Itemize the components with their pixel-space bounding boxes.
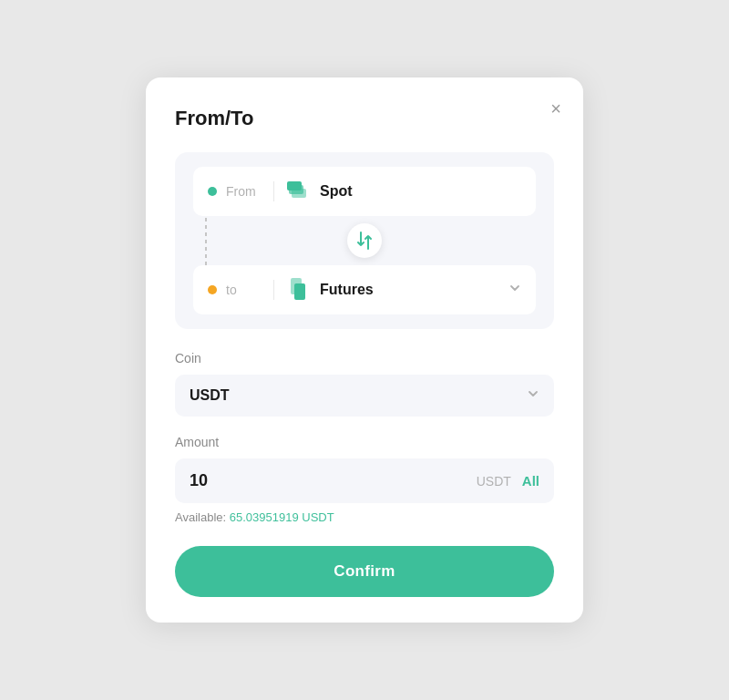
to-row[interactable]: to Futures <box>193 265 536 314</box>
to-label: to <box>226 283 264 297</box>
from-dot <box>208 187 217 196</box>
coin-label: Coin <box>175 351 554 365</box>
amount-input[interactable] <box>190 471 477 490</box>
amount-box: USDT All <box>175 458 554 503</box>
svg-rect-2 <box>287 181 302 190</box>
modal-title: From/To <box>175 107 554 130</box>
from-label: From <box>226 184 264 199</box>
to-dot <box>208 285 217 294</box>
from-row: From Spot <box>193 167 536 216</box>
from-divider <box>273 181 274 201</box>
futures-icon <box>287 278 311 302</box>
from-to-box: From Spot to <box>175 152 554 329</box>
coin-value: USDT <box>190 387 527 404</box>
coin-select[interactable]: USDT <box>175 375 554 417</box>
to-divider <box>273 280 274 300</box>
available-text: Available: 65.03951919 USDT <box>175 510 554 524</box>
from-to-modal: From/To × From Spot <box>146 77 583 623</box>
to-value: Futures <box>320 282 508 298</box>
amount-label: Amount <box>175 435 554 449</box>
swap-button[interactable] <box>347 223 382 258</box>
all-button[interactable]: All <box>522 473 539 489</box>
to-chevron-icon <box>508 282 521 298</box>
coin-chevron-icon <box>527 387 539 404</box>
swap-btn-wrap <box>193 223 536 258</box>
spot-icon <box>287 180 311 203</box>
from-value: Spot <box>320 183 521 200</box>
available-prefix: Available: <box>175 510 230 524</box>
amount-unit: USDT <box>477 474 511 489</box>
available-amount: 65.03951919 USDT <box>230 510 334 524</box>
close-button[interactable]: × <box>547 96 565 121</box>
svg-rect-4 <box>294 283 305 300</box>
confirm-button[interactable]: Confirm <box>175 546 554 597</box>
